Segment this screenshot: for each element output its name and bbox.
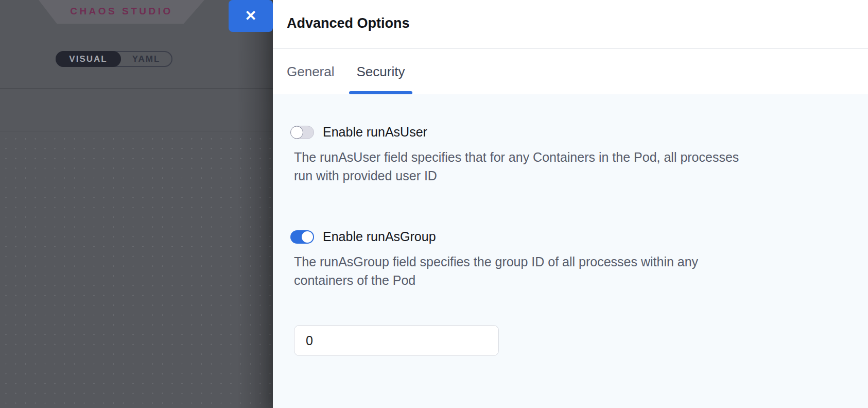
drawer-header: Advanced Options xyxy=(273,0,868,49)
enable-runasgroup-label: Enable runAsGroup xyxy=(323,229,436,244)
toggle-knob xyxy=(290,126,303,139)
canvas-dot-grid xyxy=(0,131,273,408)
enable-runasuser-label: Enable runAsUser xyxy=(323,125,427,140)
toggle-knob xyxy=(302,231,313,243)
advanced-options-drawer: Advanced Options General Security Enable… xyxy=(273,0,868,408)
yaml-mode-button[interactable]: YAML xyxy=(121,52,171,66)
view-mode-toggle[interactable]: VISUAL YAML xyxy=(56,51,172,67)
drawer-tab-bar: General Security xyxy=(273,49,868,94)
drawer-shadow xyxy=(237,0,273,408)
runasgroup-toggle-row: Enable runAsGroup xyxy=(290,229,837,244)
brand-banner: CHAOS STUDIO xyxy=(39,0,204,24)
enable-runasuser-toggle[interactable] xyxy=(290,126,314,139)
security-tab-panel: Enable runAsUser The runAsUser field spe… xyxy=(273,94,868,408)
close-drawer-button[interactable]: ✕ xyxy=(229,0,273,32)
tab-security[interactable]: Security xyxy=(349,49,413,94)
canvas-header-divider xyxy=(0,88,273,89)
runasuser-description: The runAsUser field specifies that for a… xyxy=(294,148,837,185)
drawer-title: Advanced Options xyxy=(287,15,868,31)
experiment-canvas-backdrop: CHAOS STUDIO VISUAL YAML xyxy=(0,0,273,408)
runasgroup-value-input[interactable] xyxy=(294,325,499,356)
brand-title: CHAOS STUDIO xyxy=(70,6,173,18)
tab-general[interactable]: General xyxy=(279,49,342,94)
visual-mode-button[interactable]: VISUAL xyxy=(56,51,121,67)
runasuser-toggle-row: Enable runAsUser xyxy=(290,125,837,140)
runasgroup-description: The runAsGroup field specifies the group… xyxy=(294,252,837,290)
chaos-studio-screen: CHAOS STUDIO VISUAL YAML ✕ Advanced Opti… xyxy=(0,0,868,408)
enable-runasgroup-toggle[interactable] xyxy=(290,230,314,244)
close-icon: ✕ xyxy=(245,9,256,23)
